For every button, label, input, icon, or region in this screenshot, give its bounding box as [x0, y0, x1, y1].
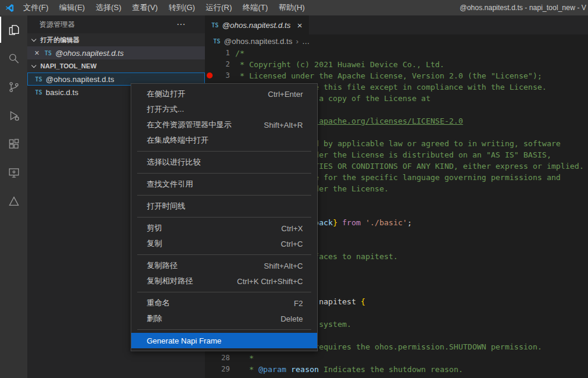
- menu-terminal[interactable]: 终端(T): [237, 0, 273, 15]
- context-menu-item[interactable]: 打开方式...: [131, 102, 317, 117]
- menu-item-label: 打开方式...: [147, 104, 287, 115]
- explorer-icon[interactable]: [0, 15, 27, 44]
- menu-separator: [137, 173, 311, 174]
- typescript-file-icon: TS: [211, 22, 219, 29]
- extensions-icon[interactable]: [0, 130, 27, 158]
- menu-item-label: 复制: [147, 238, 265, 249]
- chevron-down-icon: [31, 36, 36, 41]
- context-menu-item[interactable]: 选择以进行比较: [131, 155, 317, 170]
- menu-item-shortcut: Delete: [280, 314, 303, 323]
- code-text: * @param reason Indicates the shutdown r…: [230, 364, 463, 375]
- menu-item-label: 复制相对路径: [147, 276, 222, 286]
- context-menu-item[interactable]: Generate Napi Frame: [131, 333, 317, 348]
- context-menu: 在侧边打开Ctrl+Enter打开方式...在文件资源管理器中显示Shift+A…: [131, 83, 318, 351]
- title-bar: 文件(F) 编辑(E) 选择(S) 查看(V) 转到(G) 运行(R) 终端(T…: [0, 0, 588, 15]
- open-editors-label: 打开的编辑器: [40, 36, 80, 45]
- menu-item-shortcut: Ctrl+X: [282, 224, 303, 233]
- glyph-margin[interactable]: [205, 364, 216, 375]
- context-menu-item[interactable]: 复制路径Shift+Alt+C: [131, 258, 317, 273]
- menu-item-shortcut: F2: [294, 299, 303, 308]
- source-control-icon[interactable]: [0, 73, 27, 101]
- line-number: 1: [216, 48, 230, 59]
- close-icon[interactable]: ×: [297, 20, 302, 30]
- tab-bar: TS @ohos.napitest.d.ts ×: [205, 15, 588, 34]
- menu-separator: [137, 217, 311, 218]
- menu-item-label: 查找文件引用: [147, 179, 287, 190]
- vscode-logo-icon: [5, 4, 14, 12]
- run-debug-icon[interactable]: [0, 101, 27, 130]
- menu-item-shortcut: Ctrl+Enter: [268, 90, 303, 99]
- menu-item-label: 剪切: [147, 223, 266, 234]
- menu-separator: [137, 329, 311, 330]
- menu-edit[interactable]: 编辑(E): [54, 0, 90, 15]
- menu-item-label: 在侧边打开: [147, 89, 252, 99]
- tab-label: @ohos.napitest.d.ts: [222, 21, 290, 30]
- activity-bar: [0, 15, 27, 378]
- menu-file[interactable]: 文件(F): [18, 0, 54, 15]
- menu-run[interactable]: 运行(R): [200, 0, 237, 15]
- menu-separator: [137, 151, 311, 152]
- code-line[interactable]: 28 *: [205, 352, 588, 364]
- folder-header-label: NAPI_TOOL_NEW: [40, 62, 97, 70]
- context-menu-item[interactable]: 在集成终端中打开: [131, 133, 317, 148]
- open-editor-label: @ohos.napitest.d.ts: [55, 49, 124, 58]
- device-tool-icon[interactable]: [0, 187, 27, 215]
- context-menu-item[interactable]: 在文件资源管理器中显示Shift+Alt+R: [131, 117, 317, 133]
- chevron-right-icon: ›: [296, 37, 298, 46]
- context-menu-item[interactable]: 复制相对路径Ctrl+K Ctrl+Shift+C: [131, 273, 317, 289]
- typescript-file-icon: TS: [35, 76, 42, 83]
- menu-item-shortcut: Shift+Alt+C: [264, 262, 303, 270]
- glyph-margin[interactable]: [205, 59, 216, 70]
- menu-item-label: 重命名: [147, 298, 279, 308]
- menu-separator: [137, 254, 311, 255]
- menu-item-label: 复制路径: [147, 260, 248, 271]
- menu-item-label: 选择以进行比较: [147, 157, 287, 168]
- menu-separator: [137, 195, 311, 196]
- glyph-margin[interactable]: [205, 48, 216, 59]
- code-text: * Licensed under the Apache License, Ver…: [230, 70, 542, 81]
- code-line[interactable]: 2 * Copyright (c) 2021 Huawei Device Co.…: [205, 59, 588, 70]
- menu-separator: [137, 292, 311, 292]
- typescript-file-icon: TS: [45, 50, 52, 56]
- sidebar-title-row: 资源管理器 ⋯: [27, 15, 205, 33]
- menu-item-label: 在文件资源管理器中显示: [147, 119, 248, 130]
- menu-go[interactable]: 转到(G): [163, 0, 201, 15]
- open-editor-item[interactable]: × TS @ohos.napitest.d.ts: [27, 46, 205, 59]
- tree-item-label: basic.d.ts: [46, 88, 78, 97]
- code-line[interactable]: 3 * Licensed under the Apache License, V…: [205, 70, 588, 81]
- code-line[interactable]: 29 * @param reason Indicates the shutdow…: [205, 364, 588, 375]
- context-menu-item[interactable]: 重命名F2: [131, 295, 317, 311]
- menu-item-shortcut: Ctrl+K Ctrl+Shift+C: [237, 277, 303, 286]
- menu-item-label: 在集成终端中打开: [147, 135, 287, 146]
- remote-explorer-icon[interactable]: [0, 158, 27, 187]
- menu-item-shortcut: Shift+Alt+R: [264, 121, 303, 130]
- menu-item-label: Generate Napi Frame: [147, 336, 287, 345]
- breadcrumb[interactable]: TS @ohos.napitest.d.ts › …: [205, 34, 588, 48]
- code-text: * Copyright (c) 2021 Huawei Device Co., …: [230, 59, 444, 70]
- window-title: @ohos.napitest.d.ts - napi_tool_new - V: [460, 0, 586, 15]
- context-menu-item[interactable]: 查找文件引用: [131, 177, 317, 192]
- glyph-margin[interactable]: [205, 352, 216, 364]
- code-text: /*: [230, 48, 245, 59]
- folder-header[interactable]: NAPI_TOOL_NEW: [27, 59, 205, 73]
- more-actions-icon[interactable]: ⋯: [176, 19, 186, 30]
- close-icon[interactable]: ×: [33, 48, 41, 58]
- menu-view[interactable]: 查看(V): [127, 0, 163, 15]
- tab-ohos-napitest[interactable]: TS @ohos.napitest.d.ts ×: [205, 15, 309, 34]
- breakpoint-icon[interactable]: [205, 70, 216, 81]
- context-menu-item[interactable]: 删除Delete: [131, 311, 317, 326]
- context-menu-item[interactable]: 在侧边打开Ctrl+Enter: [131, 86, 317, 102]
- context-menu-item[interactable]: 复制Ctrl+C: [131, 236, 317, 251]
- code-line[interactable]: 1/*: [205, 48, 588, 59]
- context-menu-item[interactable]: 剪切Ctrl+X: [131, 220, 317, 236]
- line-number: 2: [216, 59, 230, 70]
- breadcrumb-file[interactable]: @ohos.napitest.d.ts: [224, 37, 292, 46]
- search-icon[interactable]: [0, 44, 27, 73]
- menu-help[interactable]: 帮助(H): [273, 0, 310, 15]
- menu-selection[interactable]: 选择(S): [90, 0, 127, 15]
- context-menu-item[interactable]: 打开时间线: [131, 199, 317, 214]
- typescript-file-icon: TS: [213, 38, 220, 45]
- open-editors-header[interactable]: 打开的编辑器: [27, 33, 205, 46]
- breadcrumb-more[interactable]: …: [302, 37, 310, 46]
- line-number: 3: [216, 70, 230, 81]
